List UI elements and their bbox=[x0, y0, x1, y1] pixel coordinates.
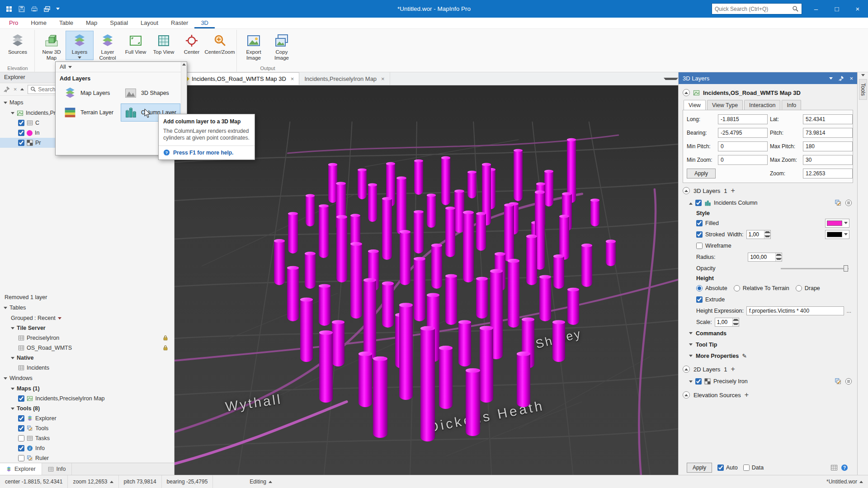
windows-section-header[interactable]: Windows bbox=[0, 373, 174, 384]
save-icon[interactable] bbox=[18, 5, 25, 13]
tab-view[interactable]: View bbox=[684, 100, 706, 110]
tool-item[interactable]: Info bbox=[0, 443, 174, 453]
center-zoom-button[interactable]: Center/Zoom bbox=[206, 31, 234, 56]
layer-control-button[interactable]: Layer Control bbox=[94, 31, 122, 62]
tab-table[interactable]: Table bbox=[53, 18, 80, 28]
tool-checkbox[interactable] bbox=[18, 435, 24, 441]
filled-checkbox[interactable] bbox=[696, 220, 703, 226]
print-icon[interactable] bbox=[31, 5, 38, 13]
long-input[interactable] bbox=[718, 114, 768, 124]
add-layer-icon[interactable]: + bbox=[731, 188, 735, 194]
tab-map[interactable]: Map bbox=[80, 18, 104, 28]
bearing-input[interactable] bbox=[718, 128, 768, 138]
menu-item-map-layers[interactable]: Map Layers bbox=[60, 84, 120, 102]
layer-visibility-checkbox[interactable] bbox=[695, 200, 702, 206]
fill-color-dropdown[interactable] bbox=[825, 219, 849, 228]
add-layer-icon[interactable]: + bbox=[731, 366, 735, 372]
collapse-all-icon[interactable] bbox=[20, 88, 24, 90]
radius-stepper[interactable] bbox=[748, 253, 782, 262]
min-zoom-input[interactable] bbox=[718, 155, 768, 165]
view-apply-button[interactable]: Apply bbox=[687, 169, 716, 178]
layers-button[interactable]: Layers bbox=[66, 31, 94, 60]
app-icon[interactable] bbox=[5, 5, 13, 13]
absolute-radio[interactable] bbox=[696, 285, 703, 291]
tile-server-group[interactable]: Tile Server bbox=[0, 323, 174, 333]
wireframe-checkbox[interactable] bbox=[696, 243, 703, 249]
close-tab-icon[interactable]: × bbox=[381, 75, 385, 82]
close-tab-icon[interactable]: × bbox=[291, 75, 294, 82]
extrude-checkbox[interactable] bbox=[696, 296, 703, 303]
auto-checkbox[interactable] bbox=[717, 465, 724, 471]
height-expression-input[interactable] bbox=[746, 306, 844, 315]
max-zoom-input[interactable] bbox=[803, 155, 853, 165]
export-data-icon[interactable] bbox=[830, 464, 838, 471]
quick-search-box[interactable] bbox=[712, 3, 802, 14]
status-zoom[interactable]: zoom 12,2653 bbox=[68, 475, 118, 488]
collapse-icon[interactable] bbox=[683, 366, 690, 373]
top-view-button[interactable]: Top View bbox=[150, 31, 178, 56]
tab-info[interactable]: Info bbox=[782, 100, 801, 110]
collapse-icon[interactable] bbox=[683, 187, 690, 194]
tab-interaction[interactable]: Interaction bbox=[744, 100, 780, 110]
menu-item-3d-shapes[interactable]: 3D Shapes bbox=[121, 84, 180, 102]
menu-item-terrain-layer[interactable]: Terrain Layer bbox=[60, 103, 120, 122]
tool-item[interactable]: Ruler bbox=[0, 453, 174, 463]
collapse-icon[interactable] bbox=[683, 89, 690, 96]
tab-spatial[interactable]: Spatial bbox=[104, 18, 134, 28]
status-bearing[interactable]: bearing -25,4795 bbox=[162, 475, 213, 488]
2d-layers-section-header[interactable]: 2D Layers 1 + bbox=[683, 363, 853, 375]
status-workspace[interactable]: *Untitled.wor bbox=[821, 475, 868, 488]
tab-view-type[interactable]: View Type bbox=[707, 100, 743, 110]
max-pitch-input[interactable] bbox=[803, 141, 853, 151]
close-button[interactable]: × bbox=[847, 0, 868, 18]
tool-item[interactable]: Explorer bbox=[0, 413, 174, 423]
relative-radio[interactable] bbox=[734, 285, 740, 291]
tool-checkbox[interactable] bbox=[18, 425, 24, 432]
stroked-checkbox[interactable] bbox=[696, 231, 703, 238]
windows-tools-group[interactable]: Tools (8) bbox=[0, 404, 174, 413]
tab-raster[interactable]: Raster bbox=[165, 18, 194, 28]
tooltip-section[interactable]: Tool Tip bbox=[683, 339, 853, 350]
tab-info-bottom[interactable]: Info bbox=[42, 463, 72, 475]
search-icon[interactable] bbox=[792, 5, 799, 12]
opacity-slider[interactable] bbox=[781, 264, 849, 272]
lat-input[interactable] bbox=[803, 114, 853, 124]
precisely-iron-layer-row[interactable]: Precisely Iron bbox=[683, 375, 853, 387]
grouped-recent[interactable]: Grouped : Recent bbox=[0, 313, 174, 323]
windows-maps-group[interactable]: Maps (1) bbox=[0, 384, 174, 394]
tables-section-header[interactable]: Tables bbox=[0, 302, 174, 313]
edit-icon[interactable]: ✎ bbox=[742, 352, 746, 359]
tool-checkbox[interactable] bbox=[18, 415, 24, 422]
pin-icon[interactable] bbox=[3, 86, 10, 93]
table-item[interactable]: Incidents bbox=[0, 363, 174, 373]
table-item[interactable]: PreciselyIron bbox=[0, 333, 174, 343]
auto-option[interactable]: Auto bbox=[717, 465, 738, 471]
native-group[interactable]: Native bbox=[0, 353, 174, 363]
apply-button[interactable]: Apply bbox=[687, 463, 712, 473]
expression-builder-button[interactable]: ... bbox=[847, 308, 853, 314]
windows-icon[interactable] bbox=[43, 5, 51, 13]
tab-layout[interactable]: Layout bbox=[134, 18, 165, 28]
width-input[interactable] bbox=[747, 230, 764, 239]
status-pitch[interactable]: pitch 73,9814 bbox=[119, 475, 162, 488]
tool-item[interactable]: Tasks bbox=[0, 433, 174, 443]
sources-button[interactable]: Sources bbox=[4, 31, 32, 56]
map-node-row[interactable]: Incidents,OS_Road_WMTS Map 3D bbox=[683, 86, 853, 99]
tab-home[interactable]: Home bbox=[24, 18, 53, 28]
stroke-color-dropdown[interactable] bbox=[825, 230, 849, 239]
layer-visibility-checkbox[interactable] bbox=[695, 378, 702, 385]
incidents-column-layer-row[interactable]: Incidents Column bbox=[683, 197, 853, 209]
layer-checkbox[interactable] bbox=[18, 130, 24, 136]
pin-icon[interactable] bbox=[838, 75, 844, 81]
slider-thumb[interactable] bbox=[844, 265, 848, 272]
tab-list-dropdown-icon[interactable] bbox=[664, 78, 678, 80]
layer-checkbox[interactable] bbox=[18, 140, 24, 146]
window-item[interactable]: Incidents,PreciselyIron Map bbox=[0, 394, 174, 404]
minimize-button[interactable]: – bbox=[806, 0, 826, 18]
scale-stepper[interactable] bbox=[715, 318, 739, 327]
layer-menu-icon[interactable] bbox=[845, 378, 852, 385]
data-option[interactable]: Data bbox=[743, 465, 764, 471]
tab-3d[interactable]: 3D bbox=[194, 18, 215, 28]
tab-explorer-bottom[interactable]: Explorer bbox=[0, 463, 42, 475]
pitch-input[interactable] bbox=[803, 128, 853, 138]
